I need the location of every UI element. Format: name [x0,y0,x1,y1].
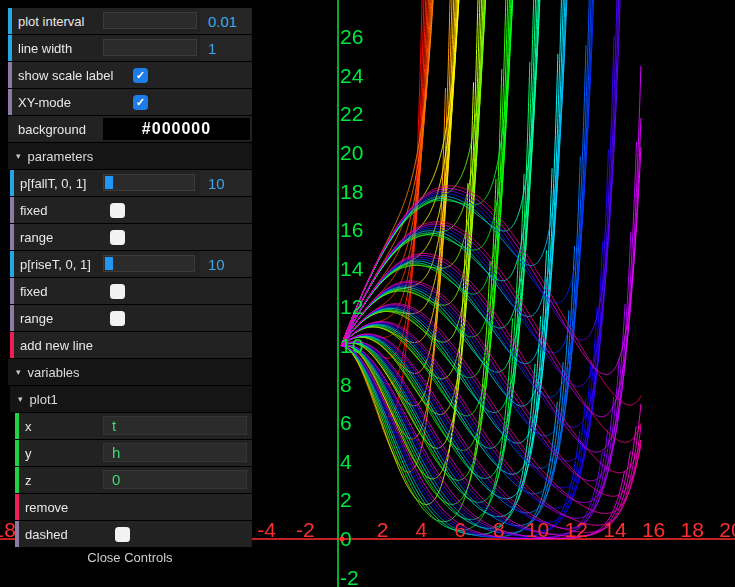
controls-panel: plot interval0.01line width1show scale l… [8,8,252,548]
param-riset-row-label: p[riseT, 0, 1] [20,251,91,277]
blue-accent-bar [8,35,12,61]
line-width-row-value[interactable]: 1 [200,35,251,61]
param-fallt-row-value[interactable]: 10 [200,170,251,196]
fallt-range-row-label: range [20,224,53,250]
background-row-color-swatch[interactable]: #000000 [103,118,250,140]
remove-button-label: remove [25,494,68,520]
purple-accent-bar [10,224,14,250]
purple-accent-bar [8,89,12,115]
var-z-row: z0 [15,467,252,493]
slider-handle[interactable] [105,176,113,189]
blue-accent-bar [10,170,14,196]
variables-header-label: variables [28,365,80,380]
show-scale-label-row-label: show scale label [18,62,113,88]
var-x-row-label: x [25,413,32,439]
riset-fixed-row-checkbox[interactable] [110,284,125,299]
riset-range-row-label: range [20,305,53,331]
var-y-row-input[interactable]: h [103,443,247,462]
parameters-header-label: parameters [28,149,94,164]
line-width-row-slider[interactable] [103,39,197,56]
purple-accent-bar [10,305,14,331]
plot1-header-label: plot1 [30,392,58,407]
param-riset-row: p[riseT, 0, 1]10 [10,251,252,277]
parameters-header[interactable]: ▾parameters [8,143,252,169]
plot-interval-row-value[interactable]: 0.01 [200,8,251,34]
dashed-row: dashed [15,521,252,547]
background-row-label: background [18,116,86,142]
add-new-line-button[interactable]: add new line [10,332,252,358]
line-width-row: line width1 [8,35,252,61]
xy-mode-row-checkbox[interactable]: ✓ [133,95,148,110]
add-new-line-button-label: add new line [20,332,93,358]
xy-mode-row: XY-mode✓ [8,89,252,115]
riset-range-row-checkbox[interactable] [110,311,125,326]
blue-accent-bar [8,8,12,34]
green-accent-bar [15,440,19,466]
red-accent-bar [10,332,14,358]
purple-accent-bar [10,278,14,304]
show-scale-label-row: show scale label✓ [8,62,252,88]
var-y-row-label: y [25,440,32,466]
blue-accent-bar [10,251,14,277]
var-x-row: xt [15,413,252,439]
dashed-row-checkbox[interactable] [115,527,130,542]
show-scale-label-row-checkbox[interactable]: ✓ [133,68,148,83]
line-width-row-label: line width [18,35,72,61]
plot1-header[interactable]: ▾plot1 [10,386,252,412]
riset-fixed-row: fixed [10,278,252,304]
remove-button[interactable]: remove [15,494,252,520]
purple-accent-bar [10,197,14,223]
fallt-range-row-checkbox[interactable] [110,230,125,245]
param-riset-row-value[interactable]: 10 [200,251,251,277]
slider-handle[interactable] [105,257,113,270]
plot-interval-row: plot interval0.01 [8,8,252,34]
variables-header[interactable]: ▾variables [8,359,252,385]
red-accent-bar [15,494,19,520]
riset-range-row: range [10,305,252,331]
collapse-triangle-icon: ▾ [18,394,23,404]
riset-fixed-row-label: fixed [20,278,47,304]
collapse-triangle-icon: ▾ [16,367,21,377]
plot-interval-row-label: plot interval [18,8,84,34]
param-fallt-row: p[fallT, 0, 1]10 [10,170,252,196]
param-fallt-row-label: p[fallT, 0, 1] [20,170,86,196]
xy-mode-row-label: XY-mode [18,89,71,115]
plot-interval-row-slider[interactable] [103,12,197,29]
close-controls-button[interactable]: Close Controls [8,550,252,565]
param-fallt-row-slider[interactable] [103,174,195,191]
purple-accent-bar [15,521,19,547]
fallt-fixed-row: fixed [10,197,252,223]
green-accent-bar [15,467,19,493]
collapse-triangle-icon: ▾ [16,151,21,161]
green-accent-bar [15,413,19,439]
fallt-range-row: range [10,224,252,250]
fallt-fixed-row-label: fixed [20,197,47,223]
var-z-row-input[interactable]: 0 [103,470,247,489]
param-riset-row-slider[interactable] [103,255,195,272]
fallt-fixed-row-checkbox[interactable] [110,203,125,218]
dashed-row-label: dashed [25,521,68,547]
var-y-row: yh [15,440,252,466]
background-row: background#000000 [8,116,252,142]
purple-accent-bar [8,62,12,88]
var-x-row-input[interactable]: t [103,416,247,435]
var-z-row-label: z [25,467,32,493]
